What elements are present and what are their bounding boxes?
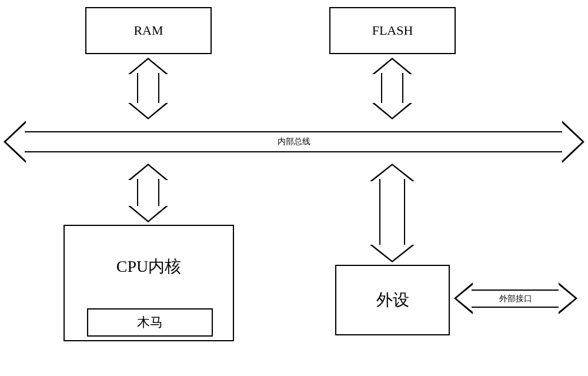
internal-bus-label: 内部总线 [278, 137, 310, 147]
internal-bus: 内部总线 [4, 121, 584, 163]
ram-block: RAM [85, 7, 212, 54]
arrow-down-icon [370, 245, 415, 262]
bus-arrow-left-icon [4, 121, 26, 163]
arrow-down-icon [128, 206, 168, 222]
arrow-up-icon [128, 58, 168, 74]
ext-arrow-left-icon [454, 282, 473, 314]
cpu-core-label: CPU内核 [65, 255, 233, 278]
ext-arrow-right-icon [559, 282, 577, 314]
flash-block: FLASH [329, 7, 456, 54]
peripheral-block: 外设 [335, 265, 450, 335]
arrow-up-icon [372, 58, 412, 74]
architecture-diagram: RAM FLASH 内部总线 CPU内核 木马 外设 [0, 0, 588, 376]
arrow-down-icon [128, 103, 168, 119]
ext-body: 外部接口 [472, 290, 560, 308]
cpu-core-block: CPU内核 木马 [64, 225, 234, 341]
external-interface-label: 外部接口 [499, 294, 532, 304]
arrow-up-icon [128, 164, 168, 180]
peripheral-label: 外设 [376, 289, 409, 311]
external-interface-arrow: 外部接口 [454, 282, 577, 315]
arrow-body [137, 73, 159, 104]
arrow-body [381, 73, 403, 104]
arrow-body [137, 179, 159, 207]
bus-arrow-right-icon [562, 121, 584, 163]
arrow-down-icon [372, 103, 412, 119]
trojan-block: 木马 [87, 308, 213, 337]
arrow-body [379, 179, 405, 247]
trojan-label: 木马 [137, 314, 163, 331]
flash-label: FLASH [372, 23, 413, 38]
ram-label: RAM [133, 23, 163, 38]
bus-body: 内部总线 [25, 131, 563, 152]
